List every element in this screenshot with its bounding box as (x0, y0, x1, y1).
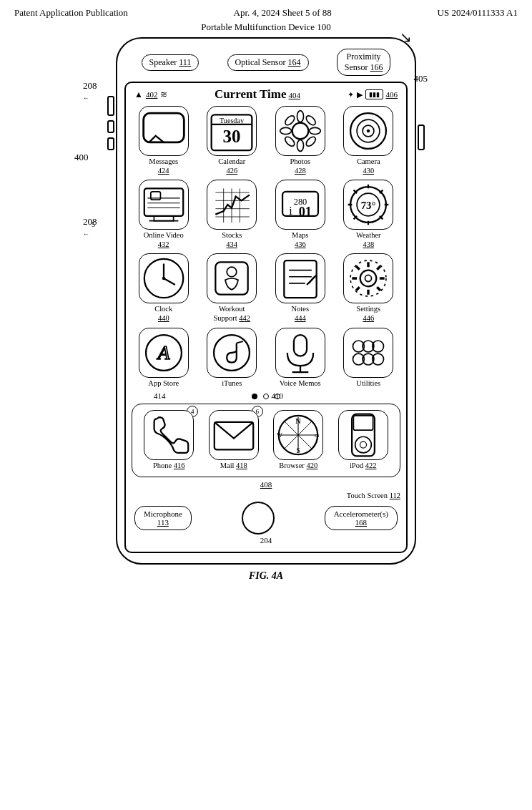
side-buttons-left (107, 96, 114, 150)
proximity-sensor-box: ProximitySensor 166 (337, 49, 391, 76)
camera-icon (343, 106, 393, 156)
svg-text:S: S (296, 447, 300, 454)
dot-filled (252, 394, 257, 399)
video-icon (139, 180, 189, 230)
device-title-row: Portable Multifunction Device 100 (0, 21, 532, 33)
status-right: ✦ ▶ ▮▮▮ 406 (348, 89, 398, 99)
svg-line-50 (164, 278, 175, 285)
side-button-1[interactable] (107, 96, 114, 116)
ref-405: 405 (414, 73, 428, 84)
clock-label: Clock440 (154, 305, 172, 323)
app-stocks[interactable]: Stocks434 (200, 180, 265, 249)
play-icon: ▶ (357, 90, 363, 99)
microphone-ref: 113 (157, 518, 169, 527)
calendar-label: Calendar426 (218, 157, 245, 175)
app-clock[interactable]: Clock440 (132, 253, 196, 323)
svg-point-60 (360, 270, 377, 287)
home-button[interactable] (242, 502, 275, 535)
app-voicememos[interactable]: Voice Memos (268, 328, 332, 389)
dock-dots (132, 394, 400, 399)
ref-400: 400 (74, 152, 89, 163)
ref-414: 414 (154, 391, 166, 400)
ref-402: 402 (146, 90, 158, 99)
dot-empty-1 (263, 394, 269, 399)
app-settings[interactable]: Settings446 (337, 253, 401, 323)
device-outer: Speaker 111 Optical Sensor 164 Proximity… (116, 37, 416, 565)
voicememos-icon (275, 328, 325, 378)
sensors-row: Speaker 111 Optical Sensor 164 Proximity… (124, 49, 408, 76)
app-photos[interactable]: Photos428 (268, 106, 332, 175)
app-messages[interactable]: Messages424 (132, 106, 196, 175)
ref-408: 408 (132, 480, 400, 489)
side-button-2[interactable] (107, 120, 114, 133)
app-notes[interactable]: Notes444 (268, 253, 332, 323)
notes-icon (275, 253, 325, 303)
current-time-ref: 404 (288, 91, 300, 99)
svg-line-74 (237, 341, 243, 343)
calendar-icon: 30 Tuesday (207, 106, 257, 156)
messages-icon (139, 106, 189, 156)
svg-point-96 (355, 436, 371, 453)
optical-sensor-box: Optical Sensor 164 (227, 54, 309, 71)
home-ref: 204 (132, 536, 400, 545)
proximity-ref: 166 (370, 62, 383, 72)
app-appstore[interactable]: A App Store (132, 328, 196, 389)
dock-mail[interactable]: 6 Mail 418 (209, 410, 259, 471)
app-video[interactable]: Online Video432 (132, 180, 196, 249)
itunes-label: iTunes (222, 379, 242, 389)
ref-410: 410 (271, 391, 283, 400)
ref-208-top: 208← (83, 80, 97, 103)
weather-label: Weather438 (356, 231, 381, 249)
svg-rect-95 (353, 416, 373, 430)
maps-icon: 280 i 01 (275, 180, 325, 230)
status-left: ▲ 402 ≋ (134, 89, 167, 100)
dock-ipod[interactable]: iPod 422 (338, 410, 388, 471)
svg-text:N: N (296, 417, 302, 425)
app-maps[interactable]: 280 i 01 Maps436 (268, 180, 332, 249)
settings-label: Settings446 (356, 305, 380, 323)
app-weather[interactable]: 73° Weather438 (337, 180, 401, 249)
utilities-icon (343, 328, 393, 378)
svg-text:30: 30 (223, 127, 241, 146)
notes-label: Notes444 (292, 305, 310, 323)
svg-point-53 (227, 268, 237, 278)
svg-point-10 (309, 127, 320, 134)
appstore-label: App Store (148, 379, 179, 389)
mail-label: Mail 418 (220, 462, 247, 471)
photos-icon (275, 106, 325, 156)
wifi-icon: ≋ (160, 89, 167, 100)
app-workout[interactable]: WorkoutSupport 442 (200, 253, 265, 323)
app-utilities[interactable]: Utilities (337, 328, 401, 389)
svg-line-66 (356, 266, 360, 270)
dock-phone[interactable]: 4 Phone 416 (144, 410, 194, 471)
app-grid: Messages424 30 Tuesday Calendar426 (132, 106, 400, 388)
settings-icon (343, 253, 393, 303)
svg-point-6 (292, 123, 308, 140)
side-button-right[interactable] (418, 125, 425, 150)
touchscreen-ref-row: Touch Screen 112 (132, 492, 400, 499)
svg-text:73°: 73° (361, 200, 376, 211)
app-itunes[interactable]: iTunes (200, 328, 265, 389)
svg-point-7 (297, 111, 303, 122)
svg-point-51 (162, 277, 165, 280)
svg-line-69 (356, 288, 360, 291)
signal-icon: ▲ (134, 89, 143, 100)
svg-rect-0 (143, 113, 184, 142)
weather-icon: 73° (343, 180, 393, 230)
browser-label: Browser 420 (279, 462, 317, 471)
side-button-3[interactable] (107, 137, 114, 150)
ref-5: 5 (92, 220, 95, 228)
accelerometer-label: Accelerometer(s) (334, 509, 388, 518)
phone-icon (144, 410, 194, 460)
svg-point-9 (280, 127, 291, 134)
app-camera[interactable]: Camera430 (337, 106, 401, 175)
screen: 405 ▲ 402 ≋ Current Time 404 ✦ ▶ ▮▮▮ 406 (124, 82, 408, 553)
svg-point-97 (360, 441, 366, 448)
battery-icon: ▮▮▮ (365, 89, 383, 99)
dock-browser[interactable]: N S W m Browser 420 (273, 410, 323, 471)
workout-label: WorkoutSupport 442 (213, 305, 250, 323)
svg-rect-19 (144, 189, 183, 217)
maps-label: Maps436 (292, 231, 308, 249)
svg-rect-75 (294, 335, 307, 356)
app-calendar[interactable]: 30 Tuesday Calendar426 (200, 106, 265, 175)
